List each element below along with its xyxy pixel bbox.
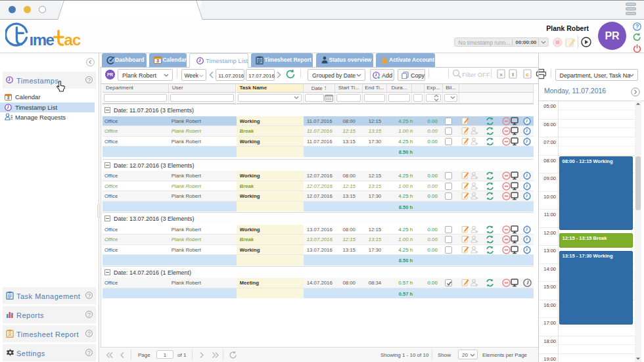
svg-text:3: 3 bbox=[156, 58, 159, 64]
svg-text:?: ? bbox=[635, 23, 639, 30]
svg-text:c: c bbox=[526, 72, 529, 78]
svg-text:ac: ac bbox=[64, 31, 81, 49]
svg-text:ıme: ıme bbox=[30, 31, 55, 49]
svg-text:3: 3 bbox=[7, 95, 10, 100]
svg-text:t: t bbox=[512, 72, 514, 78]
svg-text:x: x bbox=[499, 72, 503, 78]
